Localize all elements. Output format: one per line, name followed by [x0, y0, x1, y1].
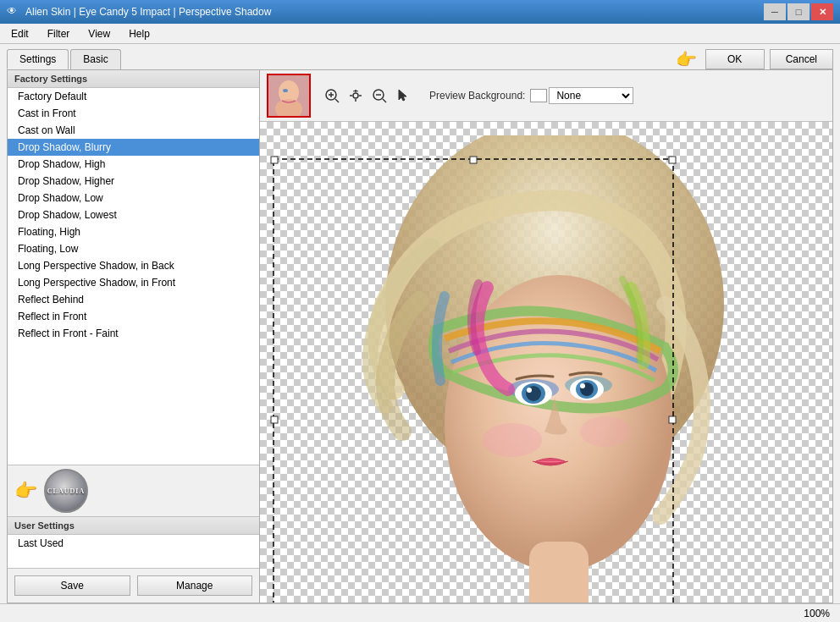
tab-settings[interactable]: Settings	[7, 49, 69, 69]
svg-rect-35	[669, 157, 676, 163]
pointer-icon	[395, 88, 411, 103]
svg-rect-33	[271, 157, 278, 163]
list-item-reflect-behind[interactable]: Reflect Behind	[8, 291, 259, 308]
svg-rect-37	[669, 416, 676, 423]
minimize-button[interactable]: ─	[764, 3, 786, 20]
factory-settings-header: Factory Settings	[8, 70, 259, 88]
list-item-floating-high[interactable]: Floating, High	[8, 223, 259, 240]
window-title: Alien Skin | Eye Candy 5 Impact | Perspe…	[25, 6, 271, 18]
tabs: Settings Basic	[7, 49, 121, 69]
title-bar-controls: ─ □ ✕	[764, 3, 833, 20]
content-area: Factory Settings Factory Default Cast in…	[7, 69, 833, 603]
toolbar: Preview Background: None White Black	[260, 70, 832, 122]
bottom-buttons: Save Manage	[8, 569, 259, 603]
svg-point-3	[283, 89, 288, 92]
pointer-tool[interactable]	[392, 85, 414, 106]
list-item-reflect-faint[interactable]: Reflect in Front - Faint	[8, 325, 259, 342]
preview-bg-label: Preview Background:	[429, 90, 525, 102]
menu-help[interactable]: Help	[121, 25, 158, 42]
zoom-in-icon	[324, 88, 340, 103]
top-section: Settings Basic 👉 OK Cancel	[0, 44, 840, 69]
cancel-button[interactable]: Cancel	[770, 49, 833, 69]
menu-filter[interactable]: Filter	[40, 25, 78, 42]
pan-tool[interactable]	[345, 85, 367, 106]
list-item-factory-default[interactable]: Factory Default	[8, 88, 259, 105]
preview-canvas[interactable]	[260, 122, 832, 603]
user-settings-header: User Settings	[8, 517, 259, 535]
pan-icon	[348, 88, 363, 103]
svg-point-25	[527, 388, 532, 393]
main-container: Settings Basic 👉 OK Cancel Factory Setti…	[0, 44, 840, 622]
list-item-reflect-in-front[interactable]: Reflect in Front	[8, 308, 259, 325]
save-button[interactable]: Save	[14, 575, 130, 596]
svg-line-5	[335, 99, 339, 102]
selected-item-text: Drop Shadow, Blurry	[18, 141, 111, 153]
svg-line-10	[383, 99, 386, 102]
user-settings-section: User Settings Last Used	[8, 516, 259, 569]
list-item-last-used[interactable]: Last Used	[8, 535, 259, 552]
right-panel: Preview Background: None White Black	[260, 70, 832, 603]
tab-basic[interactable]: Basic	[70, 49, 120, 69]
preview-bg-swatch	[530, 89, 547, 102]
zoom-level: 100%	[804, 608, 830, 619]
ok-arrow-icon: 👉	[676, 49, 697, 69]
list-item-cast-on-wall[interactable]: Cast on Wall	[8, 122, 259, 139]
svg-point-8	[353, 93, 358, 98]
list-item-long-persp-front[interactable]: Long Perspective Shadow, in Front	[8, 274, 259, 291]
svg-rect-36	[271, 416, 278, 423]
preview-bg-select[interactable]: None White Black	[549, 87, 633, 104]
thumbnail-image	[268, 75, 309, 116]
list-item-cast-in-front[interactable]: Cast in Front	[8, 105, 259, 122]
zoom-tool[interactable]	[368, 85, 390, 106]
list-item-drop-shadow-higher[interactable]: Drop Shadow, Higher	[8, 173, 259, 190]
status-bar: 100%	[0, 603, 840, 622]
left-panel: Factory Settings Factory Default Cast in…	[8, 70, 260, 603]
svg-rect-19	[529, 542, 589, 603]
svg-rect-34	[470, 157, 477, 163]
list-item-floating-low[interactable]: Floating, Low	[8, 240, 259, 257]
svg-point-31	[580, 416, 631, 447]
preview-portrait	[267, 135, 817, 603]
selected-item-row: 👉 CLAUDIA	[8, 465, 259, 516]
app-icon: 👁	[7, 5, 20, 19]
list-item-drop-shadow-low[interactable]: Drop Shadow, Low	[8, 190, 259, 206]
svg-point-29	[580, 383, 585, 388]
factory-settings-section: Factory Settings Factory Default Cast in…	[8, 70, 259, 465]
ok-button[interactable]: OK	[705, 49, 765, 69]
badge-circle: CLAUDIA	[44, 469, 88, 513]
list-item-long-persp-back[interactable]: Long Perspective Shadow, in Back	[8, 257, 259, 274]
title-bar-left: 👁 Alien Skin | Eye Candy 5 Impact | Pers…	[7, 5, 271, 19]
menu-bar: Edit Filter View Help	[0, 24, 840, 44]
list-item-drop-shadow-high[interactable]: Drop Shadow, High	[8, 156, 259, 173]
menu-view[interactable]: View	[80, 25, 118, 42]
manage-button[interactable]: Manage	[137, 575, 253, 596]
list-item-drop-shadow-blurry[interactable]: Drop Shadow, Blurry	[8, 139, 259, 156]
selection-arrow-icon: 👉	[14, 480, 37, 502]
zoom-in-tool[interactable]	[321, 85, 343, 106]
maximize-button[interactable]: □	[788, 3, 810, 20]
list-item-drop-shadow-lowest[interactable]: Drop Shadow, Lowest	[8, 206, 259, 223]
close-button[interactable]: ✕	[811, 3, 833, 20]
factory-settings-list[interactable]: Factory Default Cast in Front Cast on Wa…	[8, 88, 259, 465]
top-buttons: 👉 OK Cancel	[676, 49, 833, 69]
svg-point-30	[483, 423, 542, 457]
badge-text: CLAUDIA	[47, 487, 85, 495]
menu-edit[interactable]: Edit	[3, 25, 36, 42]
zoom-icon	[372, 88, 387, 103]
title-bar: 👁 Alien Skin | Eye Candy 5 Impact | Pers…	[0, 0, 840, 24]
thumbnail-preview[interactable]	[267, 74, 311, 118]
user-settings-list[interactable]: Last Used	[8, 535, 259, 569]
